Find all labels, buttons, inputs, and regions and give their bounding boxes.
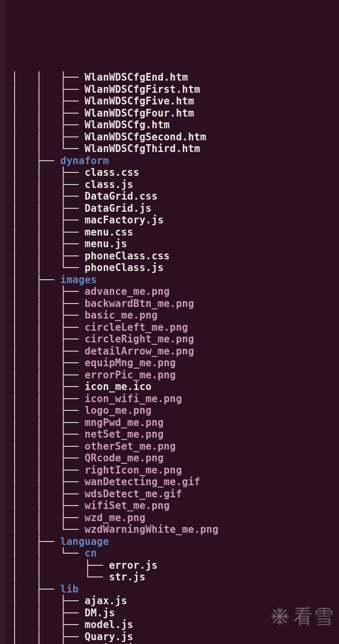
tree-file: │ │ ├── class.js <box>12 179 339 191</box>
file-name: icon_wifi_me.png <box>85 393 182 405</box>
tree-branch: │ │ ├── <box>12 381 85 392</box>
tree-branch: │ │ ├── <box>12 595 85 607</box>
tree-branch: │ │ ├── <box>12 476 85 488</box>
tree-file: │ │ ├── logo_me.png <box>12 405 339 417</box>
file-ext: .js <box>139 559 158 571</box>
tree-file: │ │ ├── DM.js <box>12 607 339 619</box>
file-ext: .js <box>109 595 128 607</box>
file-ext: .htm <box>170 107 194 119</box>
file-name: WlanWDSCfgEnd <box>85 71 164 83</box>
tree-branch: │ │ ├── <box>12 286 85 297</box>
file-name: wdsDetect_me.gif <box>85 488 182 500</box>
tree-file: │ │ ├── wanDetecting_me.gif <box>12 476 339 488</box>
file-name: wzdWarningWhite_me.png <box>85 524 219 535</box>
tree-file: │ │ ├── wdsDetect_me.gif <box>12 488 339 500</box>
file-name: str <box>109 571 128 583</box>
tree-branch: │ │ ├── <box>12 298 85 309</box>
tree-file: │ │ └── phoneClass.js <box>12 262 339 274</box>
tree-file: │ │ ├── WlanWDSCfgFirst.htm <box>12 84 339 96</box>
tree-branch: │ │ ├── <box>12 84 85 95</box>
file-name: Quary <box>85 631 115 643</box>
file-ext: .js <box>97 607 115 619</box>
file-name: model <box>85 619 115 630</box>
file-name: WlanWDSCfgThird <box>85 143 176 154</box>
file-name: advance_me.png <box>85 286 170 297</box>
tree-dir: │ ├── images <box>12 274 339 286</box>
tree-branch: │ │ ├── <box>12 250 85 262</box>
file-ext: .htm <box>182 131 206 143</box>
tree-branch: │ │ ├── <box>12 405 85 416</box>
tree-branch: │ │ ├── <box>12 619 85 630</box>
tree-file: │ │ ├── phoneClass.css <box>12 250 339 262</box>
tree-branch: │ │ ├── <box>12 441 85 452</box>
dir-name: dynaform <box>60 155 109 167</box>
tree-file: │ │ ├── DataGrid.js <box>12 203 339 215</box>
tree-file: │ │ └── str.js <box>12 571 339 583</box>
tree-branch: │ │ ├── <box>12 322 85 333</box>
file-name: class <box>85 179 115 190</box>
file-name: phoneClass <box>85 262 145 273</box>
file-name: WlanWDSCfgFour <box>85 107 170 119</box>
tree-file: │ │ ├── menu.js <box>12 238 339 250</box>
tree-file: │ │ ├── backwardBtn_me.png <box>12 298 339 310</box>
tree-file: │ │ ├── icon_wifi_me.png <box>12 393 339 405</box>
file-ext: .js <box>133 203 152 214</box>
tree-branch: │ │ ├── <box>12 95 85 107</box>
file-ext: .js <box>127 571 145 583</box>
tree-branch: │ │ ├── <box>12 190 85 202</box>
tree-file: │ │ ├── circleLeft_me.png <box>12 322 339 334</box>
tree-file: │ │ ├── wzd_me.png <box>12 512 339 524</box>
tree-file: │ │ ├── menu.css <box>12 226 339 238</box>
file-name: WlanWDSCfg <box>85 119 145 131</box>
tree-file: │ │ └── wzdWarningWhite_me.png <box>12 524 339 536</box>
file-name: basic_me.png <box>85 309 158 321</box>
tree-branch: │ │ ├── <box>12 417 85 428</box>
tree-file: │ │ ├── errorPic_me.png <box>12 369 339 381</box>
tree-file: │ │ ├── equipMng_me.png <box>12 357 339 369</box>
file-ext: .htm <box>145 119 170 131</box>
file-ext: .js <box>145 214 164 226</box>
tree-branch: │ ├── <box>12 155 60 167</box>
tree-file: │ │ ├── macFactory.js <box>12 214 339 226</box>
file-name: menu <box>85 238 109 250</box>
file-name: detailArrow_me.png <box>85 345 194 357</box>
file-name: circleLeft_me.png <box>85 322 188 333</box>
tree-branch: │ │ ├── <box>12 369 85 381</box>
file-name: backwardBtn_me.png <box>85 298 194 309</box>
tree-branch: │ │ ├── <box>12 167 85 178</box>
file-name: otherSet_me.png <box>85 441 176 452</box>
tree-file: │ │ ├── error.js <box>12 559 339 572</box>
file-name: WlanWDSCfgFirst <box>85 84 176 95</box>
tree-branch: │ │ ├── <box>12 238 85 250</box>
file-name: WlanWDSCfgSecond <box>85 131 182 143</box>
tree-branch: │ │ ├── <box>12 203 85 214</box>
tree-branch: │ │ ├── <box>12 512 85 524</box>
file-name: class <box>85 167 115 178</box>
tree-dir: │ │ └── cn <box>12 547 339 559</box>
file-name: QRcode_me.png <box>85 452 164 464</box>
tree-branch: │ │ └── <box>12 524 85 535</box>
tree-branch: │ │ ├── <box>12 345 85 357</box>
tree-branch: │ │ ├── <box>12 226 85 238</box>
file-ext: .ico <box>127 381 151 392</box>
tree-branch: │ ├── <box>12 536 60 547</box>
tree-branch: │ │ ├── <box>12 131 85 143</box>
file-name: mngPwd_me.png <box>85 417 164 428</box>
tree-file: │ │ ├── model.js <box>12 619 339 631</box>
file-name: wifiSet_me.png <box>85 500 170 511</box>
tree-branch: │ │ ├── <box>12 179 85 190</box>
dir-name: lib <box>60 583 79 595</box>
tree-file: │ │ ├── icon_me.ico <box>12 381 339 393</box>
tree-branch: │ │ ├── <box>12 607 85 619</box>
tree-branch: │ │ ├── <box>12 500 85 511</box>
file-ext: .htm <box>170 95 194 107</box>
tree-file: │ │ ├── QRcode_me.png <box>12 452 339 464</box>
tree-branch: │ │ ├── <box>12 393 85 405</box>
file-ext: .js <box>115 631 133 643</box>
tree-file: │ │ ├── circleRight_me.png <box>12 333 339 345</box>
file-ext: .css <box>145 250 170 262</box>
tree-dir: │ ├── lib <box>12 583 339 595</box>
file-name: wanDetecting_me.gif <box>85 476 200 488</box>
tree-branch: │ │ └── <box>12 571 109 583</box>
tree-file: │ │ ├── ajax.js <box>12 595 339 607</box>
